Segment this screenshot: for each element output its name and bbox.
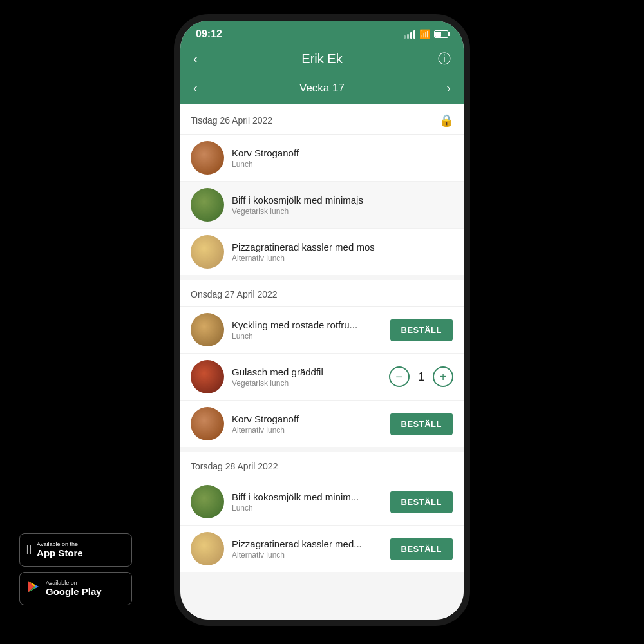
meal-name-2-0: Biff i kokosmjölk med minim... — [232, 491, 382, 502]
content-area: Tisdag 26 April 2022🔒Korv StroganoffLunc… — [180, 104, 464, 620]
meal-name-1-1: Gulasch med gräddfil — [232, 366, 381, 377]
day-title-0: Tisdag 26 April 2022 — [191, 115, 272, 126]
signal-bar-3 — [410, 32, 412, 39]
meal-info-1-1: Gulasch med gräddfilVegetarisk lunch — [232, 366, 381, 388]
appstore-small: Available on the — [37, 541, 83, 548]
meal-row-2-1: Pizzagratinerad kassler med...Alternativ… — [180, 526, 464, 572]
meal-type-2-1: Alternativ lunch — [232, 551, 382, 560]
appstore-badge[interactable]:  Available on the App Store — [19, 533, 132, 567]
meal-image-0-0 — [191, 141, 224, 175]
signal-bar-4 — [413, 30, 415, 39]
day-header-0: Tisdag 26 April 2022🔒 — [180, 104, 464, 135]
plus-button-1-1[interactable]: + — [433, 366, 453, 387]
prev-week-button[interactable]: ‹ — [193, 80, 198, 95]
bestall-button-2-1[interactable]: BESTÄLL — [390, 538, 453, 560]
status-bar: 09:12 📶 — [180, 21, 464, 45]
meal-info-2-0: Biff i kokosmjölk med minim...Lunch — [232, 491, 382, 513]
signal-bar-2 — [407, 34, 409, 39]
meal-info-2-1: Pizzagratinerad kassler med...Alternativ… — [232, 538, 382, 560]
day-section-2: Torsdag 28 April 2022Biff i kokosmjölk m… — [180, 452, 464, 572]
day-header-2: Torsdag 28 April 2022 — [180, 452, 464, 478]
meal-type-1-0: Lunch — [232, 332, 382, 341]
meal-info-1-2: Korv StroganoffAlternativ lunch — [232, 413, 382, 435]
nav-header: ‹ Erik Ek ⓘ — [180, 45, 464, 77]
nav-title: Erik Ek — [301, 52, 342, 66]
meal-info-1-0: Kyckling med rostade rotfru...Lunch — [232, 319, 382, 341]
status-time: 09:12 — [196, 28, 222, 40]
meal-row-0-0: Korv StroganoffLunch — [180, 135, 464, 182]
googleplay-big: Google Play — [46, 586, 102, 598]
day-section-1: Onsdag 27 April 2022Kyckling med rostade… — [180, 280, 464, 447]
meal-row-0-2: Pizzagratinerad kassler med mosAlternati… — [180, 229, 464, 275]
meal-type-1-2: Alternativ lunch — [232, 426, 382, 435]
day-title-1: Onsdag 27 April 2022 — [191, 289, 278, 299]
meal-type-0-2: Alternativ lunch — [232, 254, 446, 263]
meal-row-1-0: Kyckling med rostade rotfru...LunchBESTÄ… — [180, 307, 464, 354]
meal-image-1-2 — [191, 407, 224, 440]
meal-info-0-2: Pizzagratinerad kassler med mosAlternati… — [232, 242, 446, 263]
meal-row-1-1: Gulasch med gräddfilVegetarisk lunch−1+ — [180, 354, 464, 401]
meal-name-2-1: Pizzagratinerad kassler med... — [232, 538, 382, 549]
week-label: Vecka 17 — [299, 82, 345, 95]
googleplay-badge[interactable]: Available on Google Play — [19, 572, 132, 605]
day-title-2: Torsdag 28 April 2022 — [191, 461, 278, 471]
appstore-text: Available on the App Store — [37, 541, 83, 560]
wifi-icon: 📶 — [419, 29, 430, 39]
status-icons: 📶 — [404, 29, 448, 39]
meal-action-2-0: BESTÄLL — [390, 491, 453, 513]
meal-image-0-1 — [191, 188, 224, 222]
meal-type-0-1: Vegetarisk lunch — [232, 207, 446, 216]
meal-row-1-2: Korv StroganoffAlternativ lunchBESTÄLL — [180, 401, 464, 447]
battery-level — [435, 32, 441, 37]
meal-action-1-1: −1+ — [389, 366, 453, 387]
phone-frame: 09:12 📶 ‹ Erik Ek ⓘ ‹ Ve — [180, 21, 464, 620]
meal-row-0-1: Biff i kokosmjölk med minimajsVegetarisk… — [180, 182, 464, 229]
back-button[interactable]: ‹ — [193, 51, 214, 68]
signal-bar-1 — [404, 35, 406, 39]
next-week-button[interactable]: › — [446, 80, 451, 95]
qty-value-1-1: 1 — [416, 370, 426, 384]
meal-image-2-1 — [191, 532, 224, 565]
meal-type-2-0: Lunch — [232, 504, 382, 513]
googleplay-text: Available on Google Play — [46, 580, 102, 598]
bestall-button-1-0[interactable]: BESTÄLL — [390, 319, 453, 341]
meal-name-1-0: Kyckling med rostade rotfru... — [232, 319, 382, 330]
apple-icon:  — [26, 542, 32, 558]
meal-image-0-2 — [191, 235, 224, 269]
meal-name-0-1: Biff i kokosmjölk med minimajs — [232, 194, 446, 205]
googleplay-small: Available on — [46, 580, 102, 587]
meal-action-1-2: BESTÄLL — [390, 413, 453, 435]
store-badges:  Available on the App Store Available o… — [19, 533, 132, 605]
meal-info-0-1: Biff i kokosmjölk med minimajsVegetarisk… — [232, 194, 446, 216]
meal-action-1-0: BESTÄLL — [390, 319, 453, 341]
appstore-big: App Store — [37, 547, 83, 559]
qty-stepper-1-1: −1+ — [389, 366, 453, 387]
meal-image-1-0 — [191, 313, 224, 346]
scene:  Available on the App Store Available o… — [0, 0, 644, 644]
meal-row-2-0: Biff i kokosmjölk med minim...LunchBESTÄ… — [180, 478, 464, 526]
info-button[interactable]: ⓘ — [430, 50, 451, 68]
meal-image-1-1 — [191, 360, 224, 393]
lock-icon: 🔒 — [439, 113, 453, 128]
meal-name-0-0: Korv Stroganoff — [232, 147, 446, 158]
minus-button-1-1[interactable]: − — [389, 366, 410, 387]
day-header-1: Onsdag 27 April 2022 — [180, 280, 464, 307]
meal-image-2-0 — [191, 485, 224, 518]
meal-name-0-2: Pizzagratinerad kassler med mos — [232, 242, 446, 252]
battery-icon — [434, 30, 448, 38]
meal-type-0-0: Lunch — [232, 160, 446, 169]
week-nav: ‹ Vecka 17 › — [180, 77, 464, 104]
meal-type-1-1: Vegetarisk lunch — [232, 379, 381, 388]
googleplay-icon — [26, 580, 41, 598]
meal-name-1-2: Korv Stroganoff — [232, 413, 382, 424]
day-section-0: Tisdag 26 April 2022🔒Korv StroganoffLunc… — [180, 104, 464, 275]
meal-action-2-1: BESTÄLL — [390, 538, 453, 560]
signal-icon — [404, 30, 415, 39]
bestall-button-1-2[interactable]: BESTÄLL — [390, 413, 453, 435]
meal-info-0-0: Korv StroganoffLunch — [232, 147, 446, 169]
bestall-button-2-0[interactable]: BESTÄLL — [390, 491, 453, 513]
